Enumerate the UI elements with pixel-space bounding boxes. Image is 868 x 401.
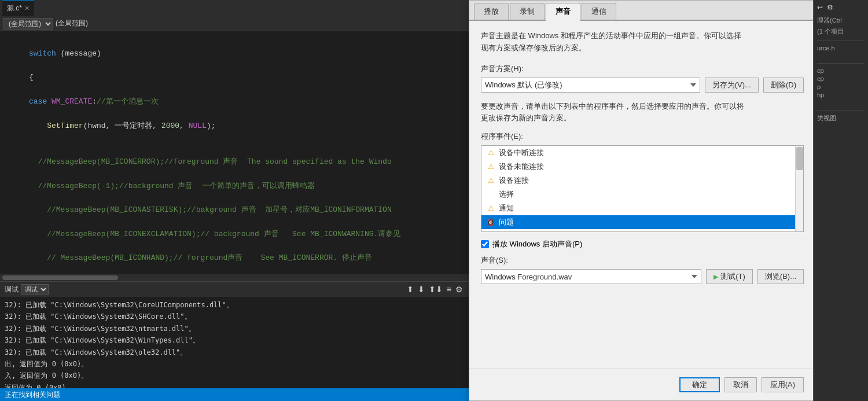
status-bar: 正在找到相关问题 <box>0 388 469 401</box>
cancel-button[interactable]: 取消 <box>724 377 757 392</box>
panel-icon-5[interactable]: ⚙ <box>454 285 464 294</box>
debug-line-5: 32): 已加载 "C:\Windows\System32\ole32.dll"… <box>5 347 464 358</box>
tab-communications[interactable]: 通信 <box>582 3 616 20</box>
status-text: 正在找到相关问题 <box>5 390 60 400</box>
editor-tab-bar: 源.c* ✕ <box>0 0 469 16</box>
warning-icon-3 <box>486 176 495 185</box>
source-label: urce.h <box>817 45 865 51</box>
category-label: 类视图 <box>817 114 865 123</box>
event-item-default-sound[interactable]: 默认响声 <box>481 229 803 232</box>
panel-content: 32): 已加载 "C:\Windows\System32\CoreUIComp… <box>0 297 469 388</box>
panel-icons: ⬆ ⬇ ⬆⬇ ≡ ⚙ <box>406 285 464 294</box>
debug-line-2: 32): 已加载 "C:\Windows\System32\SHCore.dll… <box>5 311 464 322</box>
hp-label: hp <box>817 91 865 98</box>
play-icon: ▶ <box>713 273 718 281</box>
divider-2 <box>817 63 865 64</box>
panel-title: 调试 <box>5 285 19 295</box>
event-item-question[interactable]: 问题 <box>481 215 803 229</box>
undo-icon[interactable]: ↩ <box>817 3 823 12</box>
scheme-dropdown[interactable]: Windows 默认 (已修改) <box>481 78 700 93</box>
event-item-notify[interactable]: 通知 <box>481 201 803 215</box>
tab-playback[interactable]: 播放 <box>474 3 509 20</box>
ok-button[interactable]: 确定 <box>679 377 720 392</box>
debug-line-8: 返回值为 0 (0x0)。 <box>5 382 464 388</box>
startup-sound-checkbox[interactable] <box>481 240 489 248</box>
event-item-connect[interactable]: 设备连接 <box>481 174 803 187</box>
divider-3 <box>817 110 865 111</box>
tab-label: 源.c* <box>7 3 22 13</box>
panel-icon-1[interactable]: ⬆ <box>406 285 415 294</box>
editor-tab-source[interactable]: 源.c* ✕ <box>2 0 34 16</box>
panel-icon-3[interactable]: ⬆⬇ <box>428 285 444 294</box>
p-label: p <box>817 83 865 90</box>
debug-line-4: 32): 已加载 "C:\Windows\System32\WinTypes.d… <box>5 334 464 346</box>
apply-button[interactable]: 应用(A) <box>762 377 804 392</box>
panel-icon-2[interactable]: ⬇ <box>417 285 426 294</box>
change-description: 要更改声音，请单击以下列表中的程序事件，然后选择要应用的声音。你可以将更改保存为… <box>481 101 804 125</box>
tab-recording[interactable]: 录制 <box>510 3 545 20</box>
scheme-row: Windows 默认 (已修改) 另存为(V)... 删除(D) <box>481 78 804 93</box>
dialog-description: 声音主题是在 Windows 和程序产生的活动事件中应用的一组声音。你可以选择现… <box>481 30 804 54</box>
empty-icon <box>486 190 495 199</box>
panel-icon-4[interactable]: ≡ <box>446 285 453 294</box>
warning-icon-4 <box>486 204 495 213</box>
browse-button[interactable]: 浏览(B)... <box>757 269 804 284</box>
dialog-tabs: 播放 录制 声音 通信 <box>469 1 815 21</box>
startup-sound-label[interactable]: 播放 Windows 启动声音(P) <box>492 239 582 249</box>
save-as-button[interactable]: 另存为(V)... <box>705 78 759 93</box>
settings-icon[interactable]: ⚙ <box>827 3 833 12</box>
debug-dropdown[interactable]: 调试 <box>21 284 49 295</box>
events-label: 程序事件(E): <box>481 131 804 142</box>
debug-line-3: 32): 已加载 "C:\Windows\System32\ntmarta.dl… <box>5 323 464 334</box>
cp-label-2: cp <box>817 75 865 82</box>
event-item-disconnect[interactable]: 设备中断连接 <box>481 146 803 160</box>
sound-label: 声音(S): <box>481 255 804 266</box>
right-sidebar: ↩ ⚙ 理器(Ctrl (1 个项目 urce.h cp cp p hp 类视图 <box>813 0 868 401</box>
events-list-container[interactable]: 设备中断连接 设备未能连接 设备连接 选择 通知 <box>481 145 804 232</box>
horizontal-scrollbar[interactable] <box>0 274 469 281</box>
warning-icon-1 <box>486 148 495 157</box>
close-tab-button[interactable]: ✕ <box>24 5 30 12</box>
startup-sound-row: 播放 Windows 启动声音(P) <box>481 239 804 249</box>
event-item-connect-fail[interactable]: 设备未能连接 <box>481 160 803 174</box>
bottom-panel-header: 调试 调试 ⬆ ⬇ ⬆⬇ ≡ ⚙ <box>0 282 469 297</box>
warning-icon-2 <box>486 162 495 171</box>
divider-1 <box>817 41 865 41</box>
scope-label: (全局范围) <box>56 19 88 28</box>
sound-row: Windows Foreground.wav ▶ 测试(T) 浏览(B)... <box>481 269 804 284</box>
scrollbar-v-thumb[interactable] <box>796 147 803 170</box>
bottom-panel: 调试 调试 ⬆ ⬇ ⬆⬇ ≡ ⚙ 32): 已加载 "C:\Windows\Sy… <box>0 281 469 388</box>
events-list: 设备中断连接 设备未能连接 设备连接 选择 通知 <box>481 146 803 232</box>
delete-button[interactable]: 删除(D) <box>763 78 804 93</box>
editor-toolbar: (全局范围) (全局范围) <box>0 16 469 31</box>
debug-line-6: 出, 返回值为 0 (0x0)。 <box>5 358 464 370</box>
events-scrollbar[interactable] <box>795 146 803 231</box>
count-label: (1 个项目 <box>817 27 865 36</box>
dialog-body: 声音主题是在 Windows 和程序产生的活动事件中应用的一组声音。你可以选择现… <box>469 21 815 293</box>
scheme-label: 声音方案(H): <box>481 64 804 74</box>
sound-dropdown[interactable]: Windows Foreground.wav <box>481 269 701 284</box>
test-button[interactable]: ▶ 测试(T) <box>706 269 753 284</box>
cp-label-1: cp <box>817 67 865 74</box>
event-item-select[interactable]: 选择 <box>481 187 803 201</box>
speaker-icon-1 <box>486 218 495 227</box>
scrollbar-thumb-h[interactable] <box>2 275 118 280</box>
dialog-footer: 确定 取消 应用(A) <box>469 369 815 400</box>
scope-dropdown[interactable]: (全局范围) <box>3 18 53 30</box>
tab-sounds[interactable]: 声音 <box>546 3 580 21</box>
ctrl-label: 理器(Ctrl <box>817 16 865 25</box>
sound-dialog: 播放 录制 声音 通信 声音主题是在 Windows 和程序产生的活动事件中应用… <box>469 0 816 401</box>
sidebar-content: ↩ ⚙ 理器(Ctrl (1 个项目 urce.h cp cp p hp 类视图 <box>814 0 868 126</box>
debug-line-7: 入, 返回值为 0 (0x0)。 <box>5 370 464 381</box>
editor-area: 源.c* ✕ (全局范围) (全局范围) switch (message) { … <box>0 0 469 401</box>
sidebar-top-icons: ↩ ⚙ <box>817 3 865 12</box>
debug-line-1: 32): 已加载 "C:\Windows\System32\CoreUIComp… <box>5 299 464 311</box>
speaker-icon-2 <box>486 231 495 232</box>
